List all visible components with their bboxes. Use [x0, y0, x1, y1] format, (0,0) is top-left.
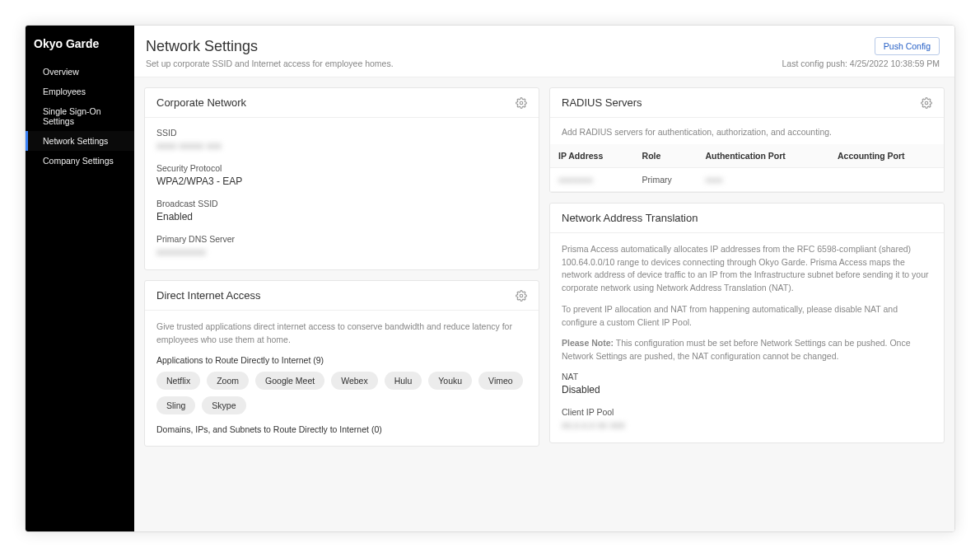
app-chip: Hulu: [385, 372, 422, 390]
radius-acct-value: [829, 167, 944, 191]
direct-internet-card: Direct Internet Access Give trusted appl…: [144, 280, 539, 447]
main: Network Settings Push Config Set up corp…: [134, 26, 954, 531]
table-row: xxxxxxxx Primary xxxx: [550, 167, 944, 191]
app-chip: Webex: [331, 372, 378, 390]
radius-servers-card: RADIUS Servers Add RADIUS servers for au…: [549, 87, 945, 193]
radius-th-ip: IP Address: [550, 144, 634, 168]
app-chip: Google Meet: [255, 372, 324, 390]
nat-note-text: This configuration must be set before Ne…: [562, 338, 911, 361]
corporate-network-card: Corporate Network SSID xxxx xxxxx xxx Se…: [144, 87, 539, 270]
page-header: Network Settings Push Config Set up corp…: [134, 26, 954, 77]
app-chip: Skype: [202, 396, 245, 414]
svg-point-0: [520, 101, 523, 105]
security-protocol-value: WPA2/WPA3 - EAP: [156, 176, 527, 187]
app-chip: Vimeo: [478, 372, 523, 390]
sidebar-item-overview[interactable]: Overview: [26, 62, 134, 82]
nat-note-label: Please Note:: [562, 338, 614, 348]
dns-value: xxxxxxxxxx: [156, 246, 527, 258]
gear-icon[interactable]: [516, 290, 527, 302]
client-ip-pool-value: xx.x.x.x xx xxx: [562, 419, 932, 431]
broadcast-ssid-value: Enabled: [156, 211, 527, 222]
radius-th-auth: Authentication Port: [697, 144, 829, 168]
push-config-button[interactable]: Push Config: [875, 37, 940, 55]
radius-table: IP Address Role Authentication Port Acco…: [550, 144, 944, 192]
ssid-label: SSID: [156, 128, 527, 138]
right-column: RADIUS Servers Add RADIUS servers for au…: [549, 87, 945, 522]
direct-internet-help: Give trusted applications direct interne…: [156, 321, 527, 347]
nat-card: Network Address Translation Prisma Acces…: [549, 203, 945, 443]
radius-role-value: Primary: [634, 167, 698, 191]
radius-title: RADIUS Servers: [562, 96, 642, 109]
ssid-value: xxxx xxxxx xxx: [156, 140, 527, 152]
app-chip: Zoom: [207, 372, 249, 390]
nat-status-label: NAT: [562, 372, 932, 381]
radius-auth-value: xxxx: [705, 175, 722, 185]
corporate-network-title: Corporate Network: [156, 96, 246, 109]
sidebar-nav: Overview Employees Single Sign-On Settin…: [26, 62, 134, 171]
app-frame: Okyo Garde Overview Employees Single Sig…: [25, 25, 955, 532]
nat-paragraph-1: Prisma Access automatically allocates IP…: [562, 243, 932, 295]
radius-th-acct: Accounting Port: [829, 144, 944, 168]
direct-internet-title: Direct Internet Access: [156, 289, 260, 302]
left-column: Corporate Network SSID xxxx xxxxx xxx Se…: [144, 87, 539, 522]
last-config-push: Last config push: 4/25/2022 10:38:59 PM: [782, 59, 940, 68]
radius-ip-value: xxxxxxxx: [558, 175, 593, 185]
gear-icon[interactable]: [921, 97, 932, 109]
brand-title: Okyo Garde: [26, 26, 134, 62]
radius-help: Add RADIUS servers for authentication, a…: [550, 118, 944, 144]
apps-route-label: Applications to Route Directly to Intern…: [156, 355, 527, 365]
app-chip: Netflix: [156, 372, 200, 390]
nat-note: Please Note: This configuration must be …: [562, 337, 932, 363]
svg-point-2: [925, 101, 928, 105]
app-chips: Netflix Zoom Google Meet Webex Hulu Youk…: [156, 372, 527, 414]
nat-title: Network Address Translation: [562, 212, 698, 224]
dns-label: Primary DNS Server: [156, 234, 527, 244]
svg-point-1: [520, 294, 523, 297]
client-ip-pool-label: Client IP Pool: [562, 407, 932, 417]
page-subtitle: Set up corporate SSID and Internet acces…: [146, 59, 394, 68]
sidebar-item-sso-settings[interactable]: Single Sign-On Settings: [26, 101, 134, 131]
page-title: Network Settings: [146, 38, 258, 55]
sidebar-item-company-settings[interactable]: Company Settings: [26, 151, 134, 171]
sidebar-item-employees[interactable]: Employees: [26, 82, 134, 101]
app-chip: Youku: [428, 372, 472, 390]
sidebar: Okyo Garde Overview Employees Single Sig…: [26, 26, 134, 531]
sidebar-item-network-settings[interactable]: Network Settings: [26, 131, 134, 151]
content: Corporate Network SSID xxxx xxxxx xxx Se…: [134, 77, 954, 531]
nat-paragraph-2: To prevent IP allocation and NAT from ha…: [562, 303, 932, 330]
gear-icon[interactable]: [516, 97, 527, 109]
domains-route-label: Domains, IPs, and Subnets to Route Direc…: [156, 424, 527, 434]
nat-status-value: Disabled: [562, 384, 932, 396]
radius-th-role: Role: [634, 144, 698, 168]
broadcast-ssid-label: Broadcast SSID: [156, 199, 527, 208]
app-chip: Sling: [156, 396, 195, 414]
security-protocol-label: Security Protocol: [156, 163, 527, 173]
